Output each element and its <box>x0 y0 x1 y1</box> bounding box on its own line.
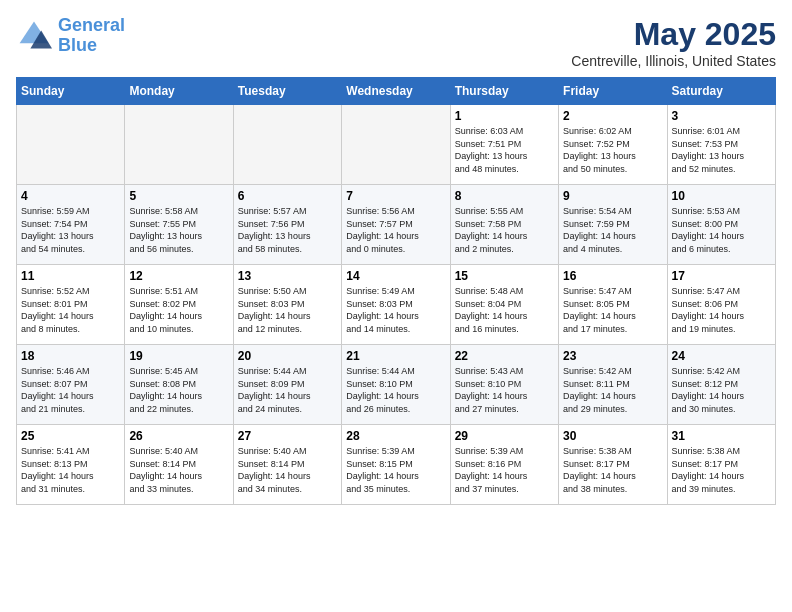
day-number: 19 <box>129 349 228 363</box>
calendar-cell: 6Sunrise: 5:57 AM Sunset: 7:56 PM Daylig… <box>233 185 341 265</box>
day-info: Sunrise: 5:41 AM Sunset: 8:13 PM Dayligh… <box>21 445 120 495</box>
calendar-cell: 18Sunrise: 5:46 AM Sunset: 8:07 PM Dayli… <box>17 345 125 425</box>
day-header-friday: Friday <box>559 78 667 105</box>
page-header: General Blue May 2025 Centreville, Illin… <box>16 16 776 69</box>
calendar-cell <box>17 105 125 185</box>
day-number: 10 <box>672 189 771 203</box>
calendar-cell: 16Sunrise: 5:47 AM Sunset: 8:05 PM Dayli… <box>559 265 667 345</box>
day-info: Sunrise: 5:40 AM Sunset: 8:14 PM Dayligh… <box>129 445 228 495</box>
day-info: Sunrise: 5:52 AM Sunset: 8:01 PM Dayligh… <box>21 285 120 335</box>
day-number: 11 <box>21 269 120 283</box>
day-info: Sunrise: 6:02 AM Sunset: 7:52 PM Dayligh… <box>563 125 662 175</box>
day-info: Sunrise: 5:39 AM Sunset: 8:15 PM Dayligh… <box>346 445 445 495</box>
day-number: 1 <box>455 109 554 123</box>
day-info: Sunrise: 5:47 AM Sunset: 8:06 PM Dayligh… <box>672 285 771 335</box>
day-info: Sunrise: 5:40 AM Sunset: 8:14 PM Dayligh… <box>238 445 337 495</box>
day-number: 28 <box>346 429 445 443</box>
day-number: 12 <box>129 269 228 283</box>
day-info: Sunrise: 5:43 AM Sunset: 8:10 PM Dayligh… <box>455 365 554 415</box>
calendar-cell: 1Sunrise: 6:03 AM Sunset: 7:51 PM Daylig… <box>450 105 558 185</box>
day-number: 29 <box>455 429 554 443</box>
calendar-title: May 2025 <box>571 16 776 53</box>
calendar-cell: 20Sunrise: 5:44 AM Sunset: 8:09 PM Dayli… <box>233 345 341 425</box>
calendar-cell: 4Sunrise: 5:59 AM Sunset: 7:54 PM Daylig… <box>17 185 125 265</box>
day-info: Sunrise: 5:48 AM Sunset: 8:04 PM Dayligh… <box>455 285 554 335</box>
day-number: 5 <box>129 189 228 203</box>
day-header-saturday: Saturday <box>667 78 775 105</box>
calendar-header: SundayMondayTuesdayWednesdayThursdayFrid… <box>17 78 776 105</box>
calendar-cell: 9Sunrise: 5:54 AM Sunset: 7:59 PM Daylig… <box>559 185 667 265</box>
day-info: Sunrise: 5:47 AM Sunset: 8:05 PM Dayligh… <box>563 285 662 335</box>
day-number: 25 <box>21 429 120 443</box>
calendar-cell: 25Sunrise: 5:41 AM Sunset: 8:13 PM Dayli… <box>17 425 125 505</box>
calendar-cell: 26Sunrise: 5:40 AM Sunset: 8:14 PM Dayli… <box>125 425 233 505</box>
calendar-cell: 29Sunrise: 5:39 AM Sunset: 8:16 PM Dayli… <box>450 425 558 505</box>
calendar-cell <box>342 105 450 185</box>
calendar-cell <box>233 105 341 185</box>
calendar-cell: 14Sunrise: 5:49 AM Sunset: 8:03 PM Dayli… <box>342 265 450 345</box>
calendar-cell: 31Sunrise: 5:38 AM Sunset: 8:17 PM Dayli… <box>667 425 775 505</box>
day-number: 4 <box>21 189 120 203</box>
calendar-week-5: 25Sunrise: 5:41 AM Sunset: 8:13 PM Dayli… <box>17 425 776 505</box>
day-number: 18 <box>21 349 120 363</box>
day-info: Sunrise: 5:39 AM Sunset: 8:16 PM Dayligh… <box>455 445 554 495</box>
day-info: Sunrise: 5:38 AM Sunset: 8:17 PM Dayligh… <box>563 445 662 495</box>
logo-text: General Blue <box>58 16 125 56</box>
day-header-monday: Monday <box>125 78 233 105</box>
day-header-wednesday: Wednesday <box>342 78 450 105</box>
calendar-cell: 27Sunrise: 5:40 AM Sunset: 8:14 PM Dayli… <box>233 425 341 505</box>
day-number: 6 <box>238 189 337 203</box>
day-number: 13 <box>238 269 337 283</box>
calendar-cell: 8Sunrise: 5:55 AM Sunset: 7:58 PM Daylig… <box>450 185 558 265</box>
logo: General Blue <box>16 16 125 56</box>
day-number: 15 <box>455 269 554 283</box>
day-info: Sunrise: 5:59 AM Sunset: 7:54 PM Dayligh… <box>21 205 120 255</box>
day-header-tuesday: Tuesday <box>233 78 341 105</box>
day-number: 30 <box>563 429 662 443</box>
day-number: 9 <box>563 189 662 203</box>
day-number: 7 <box>346 189 445 203</box>
calendar-cell: 23Sunrise: 5:42 AM Sunset: 8:11 PM Dayli… <box>559 345 667 425</box>
calendar-cell: 10Sunrise: 5:53 AM Sunset: 8:00 PM Dayli… <box>667 185 775 265</box>
calendar-week-1: 1Sunrise: 6:03 AM Sunset: 7:51 PM Daylig… <box>17 105 776 185</box>
day-header-thursday: Thursday <box>450 78 558 105</box>
day-info: Sunrise: 5:58 AM Sunset: 7:55 PM Dayligh… <box>129 205 228 255</box>
day-info: Sunrise: 5:38 AM Sunset: 8:17 PM Dayligh… <box>672 445 771 495</box>
day-number: 27 <box>238 429 337 443</box>
day-info: Sunrise: 5:46 AM Sunset: 8:07 PM Dayligh… <box>21 365 120 415</box>
day-number: 3 <box>672 109 771 123</box>
day-info: Sunrise: 5:51 AM Sunset: 8:02 PM Dayligh… <box>129 285 228 335</box>
calendar-cell: 3Sunrise: 6:01 AM Sunset: 7:53 PM Daylig… <box>667 105 775 185</box>
day-info: Sunrise: 6:03 AM Sunset: 7:51 PM Dayligh… <box>455 125 554 175</box>
day-number: 17 <box>672 269 771 283</box>
calendar-cell: 2Sunrise: 6:02 AM Sunset: 7:52 PM Daylig… <box>559 105 667 185</box>
day-number: 22 <box>455 349 554 363</box>
day-info: Sunrise: 5:42 AM Sunset: 8:12 PM Dayligh… <box>672 365 771 415</box>
calendar-cell: 17Sunrise: 5:47 AM Sunset: 8:06 PM Dayli… <box>667 265 775 345</box>
calendar-cell: 7Sunrise: 5:56 AM Sunset: 7:57 PM Daylig… <box>342 185 450 265</box>
calendar-week-3: 11Sunrise: 5:52 AM Sunset: 8:01 PM Dayli… <box>17 265 776 345</box>
calendar-subtitle: Centreville, Illinois, United States <box>571 53 776 69</box>
day-number: 16 <box>563 269 662 283</box>
calendar-table: SundayMondayTuesdayWednesdayThursdayFrid… <box>16 77 776 505</box>
day-info: Sunrise: 5:54 AM Sunset: 7:59 PM Dayligh… <box>563 205 662 255</box>
calendar-cell: 13Sunrise: 5:50 AM Sunset: 8:03 PM Dayli… <box>233 265 341 345</box>
day-info: Sunrise: 5:44 AM Sunset: 8:10 PM Dayligh… <box>346 365 445 415</box>
day-info: Sunrise: 6:01 AM Sunset: 7:53 PM Dayligh… <box>672 125 771 175</box>
day-info: Sunrise: 5:49 AM Sunset: 8:03 PM Dayligh… <box>346 285 445 335</box>
day-info: Sunrise: 5:45 AM Sunset: 8:08 PM Dayligh… <box>129 365 228 415</box>
calendar-week-2: 4Sunrise: 5:59 AM Sunset: 7:54 PM Daylig… <box>17 185 776 265</box>
day-number: 8 <box>455 189 554 203</box>
day-number: 31 <box>672 429 771 443</box>
calendar-cell <box>125 105 233 185</box>
calendar-cell: 15Sunrise: 5:48 AM Sunset: 8:04 PM Dayli… <box>450 265 558 345</box>
day-info: Sunrise: 5:42 AM Sunset: 8:11 PM Dayligh… <box>563 365 662 415</box>
day-number: 14 <box>346 269 445 283</box>
day-info: Sunrise: 5:44 AM Sunset: 8:09 PM Dayligh… <box>238 365 337 415</box>
calendar-week-4: 18Sunrise: 5:46 AM Sunset: 8:07 PM Dayli… <box>17 345 776 425</box>
day-info: Sunrise: 5:50 AM Sunset: 8:03 PM Dayligh… <box>238 285 337 335</box>
calendar-cell: 5Sunrise: 5:58 AM Sunset: 7:55 PM Daylig… <box>125 185 233 265</box>
day-info: Sunrise: 5:57 AM Sunset: 7:56 PM Dayligh… <box>238 205 337 255</box>
calendar-cell: 28Sunrise: 5:39 AM Sunset: 8:15 PM Dayli… <box>342 425 450 505</box>
day-number: 21 <box>346 349 445 363</box>
